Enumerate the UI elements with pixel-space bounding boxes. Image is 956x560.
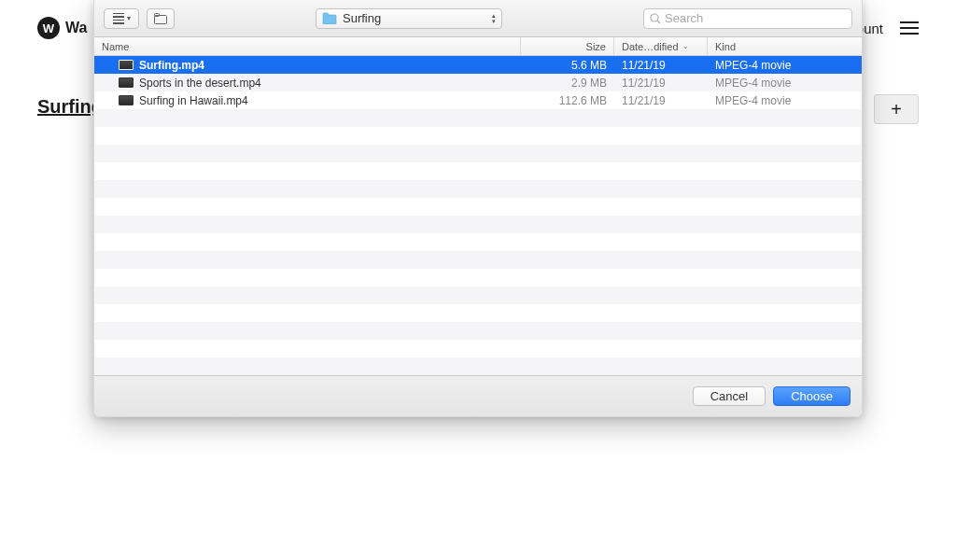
menu-icon[interactable] (900, 21, 919, 35)
svg-line-3 (657, 21, 660, 23)
dialog-toolbar: ▾ Surfing ▴▾ (94, 0, 862, 37)
empty-row (94, 269, 862, 287)
video-file-icon (119, 60, 134, 70)
logo-text: Wa (65, 20, 87, 36)
file-date: 11/21/19 (614, 59, 708, 72)
empty-row (94, 340, 862, 357)
video-file-icon (119, 95, 134, 105)
plus-icon: + (891, 99, 902, 120)
empty-row (94, 357, 862, 375)
dialog-footer: Cancel Choose (94, 375, 862, 416)
empty-row (94, 304, 862, 322)
search-input[interactable] (665, 11, 846, 25)
view-mode-button[interactable]: ▾ (104, 8, 139, 29)
empty-row (94, 162, 862, 180)
updown-chevron-icon: ▴▾ (492, 13, 496, 24)
choose-button[interactable]: Choose (773, 386, 851, 406)
column-header-date[interactable]: Date…dified ⌄ (614, 37, 708, 55)
empty-row (94, 109, 862, 127)
empty-row (94, 180, 862, 198)
empty-row (94, 287, 862, 304)
empty-row (94, 145, 862, 162)
logo-mark: W (37, 17, 60, 39)
list-view-icon (113, 13, 124, 24)
file-size: 5.6 MB (521, 59, 614, 72)
video-file-icon (119, 77, 134, 88)
empty-row (94, 127, 862, 145)
file-open-dialog: ▾ Surfing ▴▾ Name Size (93, 0, 863, 417)
file-date: 11/21/19 (614, 94, 708, 107)
empty-row (94, 322, 862, 340)
svg-point-2 (651, 14, 658, 21)
column-header-kind[interactable]: Kind (708, 37, 862, 55)
empty-row (94, 233, 862, 251)
column-header-date-label: Date…dified (622, 41, 679, 52)
chevron-down-icon: ▾ (127, 14, 131, 22)
file-kind: MPEG-4 movie (708, 94, 862, 107)
file-name: Surfing.mp4 (139, 59, 204, 72)
search-field[interactable] (643, 8, 852, 29)
file-size: 2.9 MB (521, 77, 614, 90)
file-date: 11/21/19 (614, 77, 708, 90)
file-size: 112.6 MB (521, 94, 614, 107)
folder-icon (154, 13, 167, 24)
cancel-button[interactable]: Cancel (693, 386, 766, 406)
empty-row (94, 216, 862, 233)
empty-row (94, 251, 862, 269)
column-header-row: Name Size Date…dified ⌄ Kind (94, 37, 862, 56)
file-row[interactable]: Surfing.mp45.6 MB11/21/19MPEG-4 movie (94, 56, 862, 74)
location-label: Surfing (343, 11, 486, 25)
column-header-name[interactable]: Name (94, 37, 521, 55)
file-name: Surfing in Hawaii.mp4 (139, 94, 248, 107)
search-icon (650, 13, 661, 24)
group-button[interactable] (147, 8, 175, 29)
location-dropdown[interactable]: Surfing ▴▾ (316, 8, 502, 29)
file-list: Surfing.mp45.6 MB11/21/19MPEG-4 movieSpo… (94, 56, 862, 375)
add-button[interactable]: + (874, 94, 919, 124)
file-name: Sports in the desert.mp4 (139, 77, 261, 90)
logo[interactable]: W Wa (37, 17, 87, 39)
file-kind: MPEG-4 movie (708, 59, 862, 72)
folder-icon (322, 12, 337, 24)
file-row[interactable]: Sports in the desert.mp42.9 MB11/21/19MP… (94, 74, 862, 91)
column-header-size[interactable]: Size (521, 37, 614, 55)
empty-row (94, 198, 862, 216)
sort-caret-icon: ⌄ (682, 42, 689, 50)
file-kind: MPEG-4 movie (708, 77, 862, 90)
file-row[interactable]: Surfing in Hawaii.mp4112.6 MB11/21/19MPE… (94, 91, 862, 109)
